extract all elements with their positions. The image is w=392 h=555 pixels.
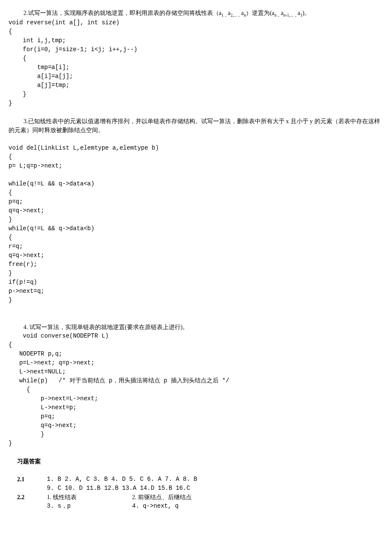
answers-header: 习题答案 bbox=[9, 457, 383, 466]
answers-2-2-row1: 2.2 1. 线性结表 2. 前驱结点、后继结点 bbox=[9, 493, 383, 502]
q2-title-pre: 2.试写一算法，实现顺序表的就地逆置，即利用原表的存储空间将线性表（a bbox=[23, 10, 222, 16]
q2-title-end: )。 bbox=[303, 10, 311, 16]
q2-title: 2.试写一算法，实现顺序表的就地逆置，即利用原表的存储空间将线性表（a1，a2,… bbox=[9, 9, 383, 18]
answers-2-2-item2: 2. 前驱结点、后继结点 bbox=[132, 493, 192, 502]
answers-2-2-item1: 1. 线性结表 bbox=[47, 493, 132, 502]
q2-code: void reverse(int a[], int size) { int i,… bbox=[9, 18, 383, 108]
q4-title: 4. 试写一算法，实现单链表的就地逆置(要求在原链表上进行)。 bbox=[9, 323, 383, 332]
answers-2-2-item3: 3. s，p bbox=[47, 502, 132, 511]
q2-sub1: 1， bbox=[222, 13, 228, 17]
q3-code: void del(LinkList L,elemtype a,elemtype … bbox=[9, 144, 383, 305]
answers-2-1-row2: 9. C 10. D 11.B 12.B 13.A 14.D 15.B 16.C bbox=[9, 484, 383, 493]
q2-title-mid: ）逆置为(a bbox=[246, 10, 274, 16]
q4-code: void converse(NODEPTR L) { NODEPTR p,q; … bbox=[9, 332, 383, 448]
q3-title: 3.已知线性表中的元素以值递增有序排列，并以单链表作存储结构。试写一算法，删除表… bbox=[9, 117, 383, 135]
answers-2-1-row1: 2.1 1. B 2. A, C 3. B 4. D 5. C 6. A 7. … bbox=[9, 475, 383, 484]
answers-2-2-label: 2.2 bbox=[9, 493, 47, 502]
q2-subn2: n， bbox=[274, 13, 281, 17]
q2-sub2: 2,...， bbox=[231, 13, 241, 17]
q2-subn1: n-1,...， bbox=[283, 13, 297, 17]
answers-2-1-line1: 1. B 2. A, C 3. B 4. D 5. C 6. A 7. A 8.… bbox=[47, 475, 383, 484]
answers-2-2-row2: 3. s，p 4. q->next, q bbox=[9, 502, 383, 511]
answers-2-1-label: 2.1 bbox=[9, 475, 47, 484]
answers-2-1-line2: 9. C 10. D 11.B 12.B 13.A 14.D 15.B 16.C bbox=[47, 484, 383, 493]
answers-2-2-item4: 4. q->next, q bbox=[132, 502, 179, 511]
